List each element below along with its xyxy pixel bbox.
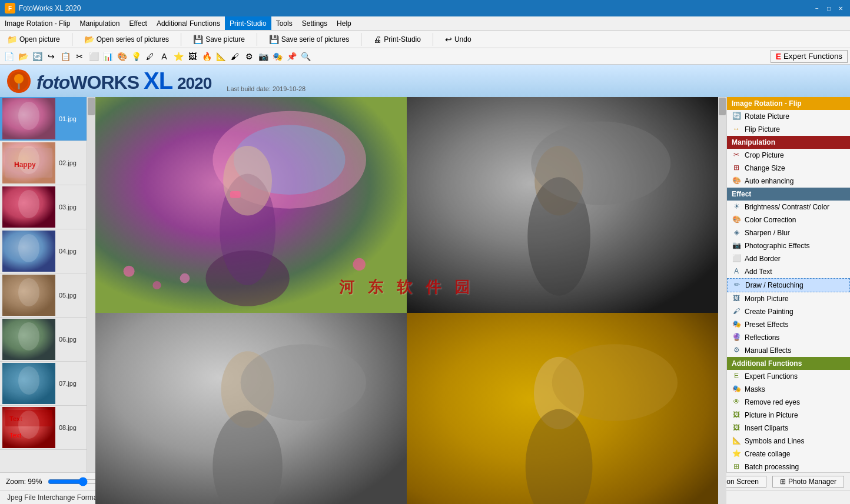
app-title-text: FotoWorks XL 2020 <box>19 4 81 12</box>
toolbar-btn-save-picture[interactable]: 💾Save picture <box>188 33 250 46</box>
icon-btn-4[interactable]: ↪ <box>45 50 58 63</box>
menu-item-effect[interactable]: Effect <box>124 16 151 30</box>
panel-item-masks[interactable]: 🎭Masks <box>727 383 850 396</box>
icon-btn-9[interactable]: 🎨 <box>115 50 128 63</box>
panel-item-color-correction[interactable]: 🎨Color Correction <box>727 213 850 226</box>
panel-item-manual-effects[interactable]: ⚙Manual Effects <box>727 344 850 357</box>
panel-item-batch-processing[interactable]: ⊞Batch processing <box>727 460 850 472</box>
icon-btn-20[interactable]: 🎭 <box>271 50 284 63</box>
thumb-scrollbar-thumb[interactable] <box>88 98 95 115</box>
menu-item-settings[interactable]: Settings <box>297 16 332 30</box>
svg-point-23 <box>18 410 39 439</box>
menubar: Image Rotation - FlipManipulationEffectA… <box>0 16 850 31</box>
thumbnail-label-8: 08.jpg <box>59 424 77 431</box>
menu-item-help[interactable]: Help <box>332 16 356 30</box>
svg-point-10 <box>18 190 39 218</box>
minimize-button[interactable]: − <box>812 4 822 13</box>
panel-item-expert-functions[interactable]: EExpert Functions <box>727 370 850 383</box>
icon-btn-1[interactable]: 📄 <box>2 50 15 63</box>
icon-btn-5[interactable]: 📋 <box>59 50 72 63</box>
toolbar-btn-open-series-of-pictures[interactable]: 📂Open series of pictures <box>79 33 174 46</box>
panel-item-morph-picture[interactable]: 🖼Morph Picture <box>727 292 850 305</box>
icon-btn-7[interactable]: ⬜ <box>87 50 100 63</box>
icon-btn-8[interactable]: 📊 <box>101 50 114 63</box>
icon-btn-15[interactable]: 🔥 <box>200 50 213 63</box>
panel-item-label: Expert Functions <box>745 372 798 380</box>
thumbnail-image-8: TextText <box>2 407 55 448</box>
panel-item-add-text[interactable]: AAdd Text <box>727 265 850 278</box>
menu-item-print-studio[interactable]: Print-Studio <box>225 16 271 30</box>
panel-item-brightness-contrast-color[interactable]: ☀Brightness/ Contrast/ Color <box>727 201 850 213</box>
panel-item-photographic-effects[interactable]: 📷Photographic Effects <box>727 239 850 252</box>
panel-item-picture-in-picture[interactable]: 🖼Picture in Picture <box>727 409 850 422</box>
thumbnail-item-3[interactable]: 03.jpg <box>0 185 87 229</box>
titlebar: F FotoWorks XL 2020 − □ ✕ <box>0 0 850 16</box>
toolbar-btn-save-serie-of-pictures[interactable]: 💾Save serie of pictures <box>264 33 354 46</box>
icon-btn-10[interactable]: 💡 <box>130 50 142 63</box>
thumbnail-item-1[interactable]: 01.jpg <box>0 97 87 141</box>
icon-btn-16[interactable]: 📐 <box>214 50 227 63</box>
panel-item-symbols-and-lines[interactable]: 📐Symbols and Lines <box>727 435 850 448</box>
toolbar-btn-print-studio[interactable]: 🖨Print-Studio <box>368 33 426 46</box>
panel-item-auto-enhancing[interactable]: 🎨Auto enhancing <box>727 175 850 188</box>
panel-item-icon: 🖼 <box>732 294 741 303</box>
icon-btn-2[interactable]: 📂 <box>16 50 29 63</box>
panel-item-icon: ◈ <box>732 228 741 238</box>
panel-item-label: Auto enhancing <box>745 177 793 185</box>
menu-item-image-rotation---flip[interactable]: Image Rotation - Flip <box>0 16 75 30</box>
panel-item-rotate-picture[interactable]: 🔄Rotate Picture <box>727 110 850 123</box>
panel-item-add-border[interactable]: ⬜Add Border <box>727 252 850 265</box>
icon-btn-19[interactable]: 📷 <box>257 50 270 63</box>
panel-item-change-size[interactable]: ⊞Change Size <box>727 162 850 175</box>
menu-item-tools[interactable]: Tools <box>271 16 297 30</box>
toolbar-label: Save serie of pictures <box>281 35 349 44</box>
svg-point-30 <box>124 266 135 277</box>
canvas-scrollbar-thumb[interactable] <box>719 98 726 115</box>
menu-item-additional-functions[interactable]: Additional Functions <box>152 16 225 30</box>
panel-item-icon: ⬜ <box>732 254 741 263</box>
icon-btn-6[interactable]: ✂ <box>73 50 86 63</box>
panel-item-crop-picture[interactable]: ✂Crop Picture <box>727 149 850 162</box>
icon-btn-3[interactable]: 🔄 <box>31 50 44 63</box>
icon-btn-21[interactable]: 📌 <box>285 50 298 63</box>
panel-item-create-collage[interactable]: ⭐Create collage <box>727 448 850 460</box>
thumbnail-item-5[interactable]: 05.jpg <box>0 273 87 318</box>
thumbnail-item-7[interactable]: 07.jpg <box>0 362 87 406</box>
icon-btn-13[interactable]: ⭐ <box>172 50 185 63</box>
thumbnail-image-1 <box>2 98 55 139</box>
icon-btn-14[interactable]: 🖼 <box>186 50 199 63</box>
maximize-button[interactable]: □ <box>824 4 834 13</box>
menu-item-manipulation[interactable]: Manipulation <box>75 16 124 30</box>
icon-btn-22[interactable]: 🔍 <box>299 50 312 63</box>
expert-functions-button[interactable]: E Expert Functions <box>771 50 848 63</box>
toolbar-icon: 💾 <box>269 35 279 44</box>
close-button[interactable]: ✕ <box>836 4 845 13</box>
icon-btn-11[interactable]: 🖊 <box>144 50 157 63</box>
thumbnail-image-2: Happy <box>2 142 55 183</box>
thumbnail-item-8[interactable]: TextText 08.jpg <box>0 406 87 450</box>
expert-icon: E <box>776 52 781 61</box>
thumbnail-item-2[interactable]: Happy 02.jpg <box>0 141 87 185</box>
toolbar-btn-undo[interactable]: ↩Undo <box>440 33 476 46</box>
thumbnail-item-6[interactable]: 06.jpg <box>0 318 87 362</box>
photo-manager-button[interactable]: ⊞ Photo Manager <box>772 476 844 488</box>
toolbar-btn-open-picture[interactable]: 📁Open picture <box>2 33 65 46</box>
icon-btn-12[interactable]: A <box>158 50 171 63</box>
icon-btn-17[interactable]: 🖌 <box>228 50 241 63</box>
thumb-scrollbar[interactable] <box>87 97 95 472</box>
panel-item-reflections[interactable]: 🔮Reflections <box>727 331 850 344</box>
panel-item-remove-red-eyes[interactable]: 👁Remove red eyes <box>727 396 850 409</box>
zoom-label: Zoom: 99% <box>6 478 42 486</box>
canvas-scrollbar-vertical[interactable] <box>718 97 726 504</box>
panel-item-flip-picture[interactable]: ↔Flip Picture <box>727 123 850 136</box>
panel-item-draw--retouching[interactable]: ✏Draw / Retouching <box>727 278 850 292</box>
thumbnail-item-4[interactable]: 04.jpg <box>0 229 87 273</box>
toolbar: 📁Open picture📂Open series of pictures💾Sa… <box>0 31 850 48</box>
image-quadrant-topleft <box>95 97 407 313</box>
panel-item-sharpen--blur[interactable]: ◈Sharpen / Blur <box>727 226 850 239</box>
panel-item-insert-cliparts[interactable]: 🖼Insert Cliparts <box>727 422 850 435</box>
svg-point-16 <box>18 322 39 351</box>
icon-btn-18[interactable]: ⚙ <box>243 50 255 63</box>
panel-item-create-painting[interactable]: 🖌Create Painting <box>727 305 850 318</box>
panel-item-preset-effects[interactable]: 🎭Preset Effects <box>727 318 850 331</box>
